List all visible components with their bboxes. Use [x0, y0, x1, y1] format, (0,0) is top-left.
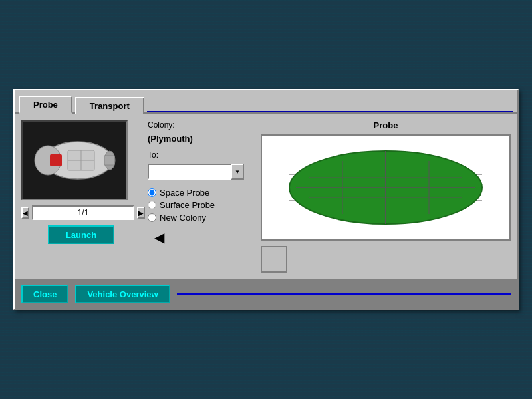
- middle-panel: Colony: (Plymouth) To: ▼ Space Probe: [148, 120, 254, 273]
- radio-space-probe[interactable]: Space Probe: [148, 188, 254, 198]
- launch-button[interactable]: Launch: [48, 225, 114, 244]
- radio-group: Space Probe Surface Probe New Colony: [148, 188, 254, 223]
- nav-counter[interactable]: [32, 205, 134, 220]
- colony-label: Colony:: [148, 120, 254, 130]
- nav-prev-button[interactable]: ◀: [21, 207, 29, 219]
- close-button[interactable]: Close: [21, 285, 68, 303]
- nav-row: ◀ ▶: [21, 205, 141, 220]
- nav-next-button[interactable]: ▶: [137, 207, 145, 219]
- tab-probe[interactable]: Probe: [19, 96, 72, 114]
- bottom-bar: Close Vehicle Overview: [15, 279, 517, 309]
- radio-surface-probe-label: Surface Probe: [160, 200, 215, 210]
- to-select-wrapper: ▼: [148, 164, 244, 180]
- probe-diagram-label: Probe: [261, 120, 511, 130]
- probe-diagram-svg: [276, 141, 495, 234]
- tab-transport[interactable]: Transport: [75, 97, 144, 114]
- small-color-box: [261, 246, 287, 273]
- radio-surface-probe[interactable]: Surface Probe: [148, 200, 254, 210]
- tab-bar: Probe Transport: [15, 90, 517, 114]
- vehicle-overview-button[interactable]: Vehicle Overview: [75, 285, 170, 303]
- probe-diagram-area: [261, 134, 511, 241]
- left-panel: ◀ ▶ Launch: [21, 120, 141, 273]
- main-content: ◀ ▶ Launch Colony: (Plymouth) To:: [15, 114, 517, 279]
- radio-new-colony[interactable]: New Colony: [148, 213, 254, 223]
- radio-surface-probe-input[interactable]: [148, 201, 156, 209]
- tab-line: [147, 111, 513, 112]
- radio-new-colony-label: New Colony: [160, 213, 206, 223]
- radio-new-colony-input[interactable]: [148, 213, 156, 222]
- content-inner: ◀ ▶ Launch Colony: (Plymouth) To:: [21, 120, 511, 273]
- to-label: To:: [148, 150, 254, 160]
- to-select[interactable]: [148, 164, 244, 180]
- svg-rect-7: [104, 156, 114, 165]
- colony-name: (Plymouth): [148, 134, 254, 144]
- right-panel: Probe: [261, 120, 511, 273]
- probe-image: [21, 120, 128, 200]
- cursor-indicator: ◀: [148, 229, 254, 245]
- radio-space-probe-input[interactable]: [148, 188, 156, 197]
- svg-rect-2: [50, 154, 62, 166]
- dialog-window: Probe Transport: [13, 89, 519, 310]
- bottom-line-decoration: [177, 293, 511, 295]
- radio-space-probe-label: Space Probe: [160, 188, 209, 198]
- probe-graphic: [31, 130, 118, 190]
